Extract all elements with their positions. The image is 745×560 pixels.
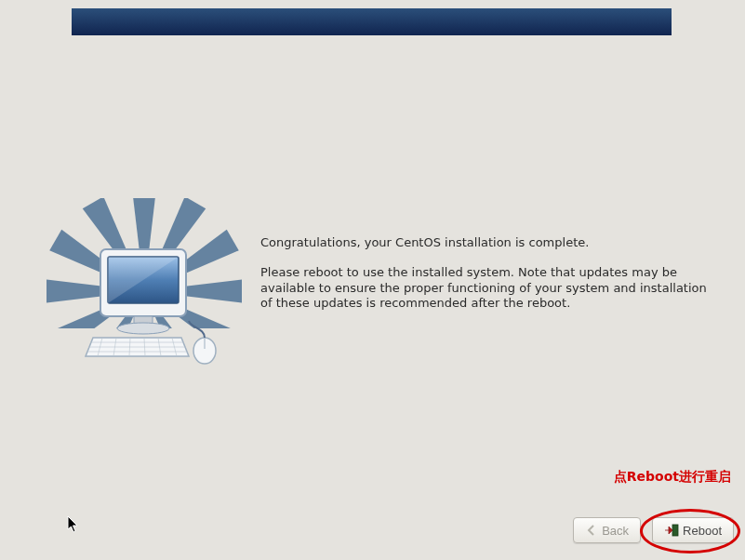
annotation-text: 点Reboot进行重启 [614,469,731,486]
computer-illustration [47,198,242,384]
keyboard-icon [86,338,189,356]
mouse-cursor-icon [67,515,80,534]
reboot-arrow-icon [664,524,679,537]
main-content: Congratulations, your CentOS installatio… [47,47,726,486]
nav-buttons: Back Reboot [573,517,734,543]
back-button-label: Back [602,524,629,538]
reboot-button[interactable]: Reboot [652,517,734,543]
completion-text: Congratulations, your CentOS installatio… [260,235,716,326]
monitor-icon [100,249,186,334]
arrow-left-icon [585,524,598,537]
back-button[interactable]: Back [573,517,641,543]
header-banner [72,8,672,35]
congrats-text: Congratulations, your CentOS installatio… [260,235,716,250]
reboot-instructions: Please reboot to use the installed syste… [260,265,716,311]
svg-rect-16 [672,525,678,536]
reboot-button-label: Reboot [683,524,722,538]
svg-point-4 [117,323,169,334]
